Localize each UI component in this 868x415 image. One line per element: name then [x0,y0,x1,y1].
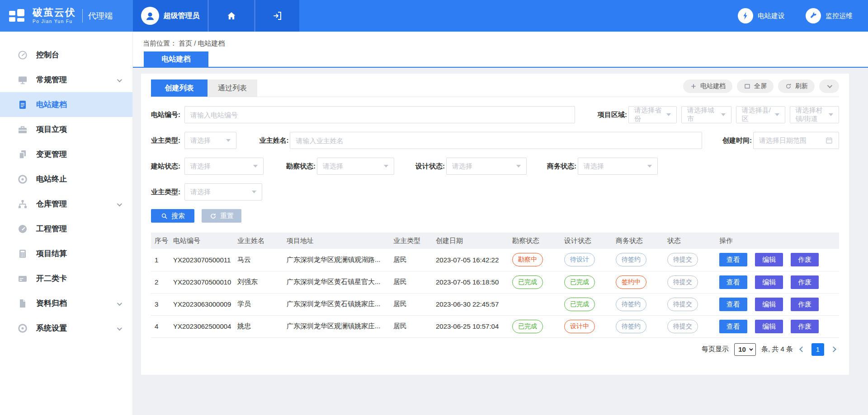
nav-monitor-ops[interactable]: 监控运维 [806,8,853,23]
sidebar-item-project-initiation[interactable]: 项目立项 [0,117,132,142]
file-icon [17,298,28,309]
caret-down-icon [775,113,779,116]
nav-station-build[interactable]: 电站建设 [738,8,785,23]
survey-status-label: 勘察状态: [286,162,317,171]
status-badge: 已完成 [564,275,595,289]
pagination: 每页显示 10 条, 共 4 条 1 [151,343,839,356]
void-button[interactable]: 作废 [791,320,819,333]
status-badge: 勘察中 [512,253,543,266]
town-select[interactable]: 请选择村镇/街道 [790,106,839,123]
col-code: 电站编号 [170,233,234,249]
status-badge: 已完成 [512,320,543,333]
edit-button[interactable]: 编辑 [755,320,783,333]
chevron-down-icon [117,299,121,308]
business-status-select[interactable]: 请选择 [578,158,658,175]
panel-header: 创建列表 通过列表 电站建档 全屏 刷新 [151,74,839,97]
monitor-icon [17,75,28,85]
sidebar-item-project-settlement[interactable]: 项目结算 [0,241,132,266]
void-button[interactable]: 作废 [791,298,819,311]
edit-button[interactable]: 编辑 [755,275,783,289]
design-status-select[interactable]: 请选择 [446,158,527,175]
logout-button[interactable] [254,0,299,32]
col-owner-type: 业主类型 [390,233,432,249]
view-button[interactable]: 查看 [719,253,747,266]
survey-status-select[interactable]: 请选择 [317,158,394,175]
page-tab-station-archive[interactable]: 电站建档 [144,51,208,67]
tab-passed-list[interactable]: 通过列表 [208,79,257,97]
owner-type-label: 业主类型: [151,136,184,145]
refresh-button[interactable]: 刷新 [778,79,815,93]
table-row: 3 YX2023063000009 学员 广东深圳龙华区黄石镇姚家庄... 居民… [151,293,839,315]
prev-page-button[interactable] [798,345,806,353]
col-design: 设计状态 [561,233,612,249]
search-button[interactable]: 搜索 [151,209,194,223]
sidebar-item-system-settings[interactable]: 系统设置 [0,316,132,340]
status-badge: 待签约 [616,298,646,311]
tab-create-list[interactable]: 创建列表 [151,79,208,97]
search-icon [160,212,168,220]
county-select[interactable]: 请选择县/区 [736,106,785,123]
owner-type2-select[interactable]: 请选择 [184,183,262,201]
document-icon [17,99,28,110]
chevron-left-icon [799,346,805,352]
city-select[interactable]: 请选择城市 [681,106,731,123]
date-range-input[interactable]: 请选择日期范围 [753,132,839,149]
sidebar-item-console[interactable]: 控制台 [0,42,132,67]
station-code-label: 电站编号: [151,111,184,119]
next-page-button[interactable] [830,345,837,353]
filter-actions: 搜索 重置 [151,209,839,223]
page-number-button[interactable]: 1 [811,343,824,356]
home-button[interactable] [208,0,254,32]
status-badge: 待提交 [667,320,698,333]
caret-down-icon [252,191,256,193]
breadcrumb: 当前位置：首页 / 电站建档 [143,39,227,48]
void-button[interactable]: 作废 [791,253,819,266]
logo-text: 破茧云伏 Po Jian Yun Fu [33,8,76,24]
logout-icon [272,10,283,21]
fullscreen-button[interactable]: 全屏 [737,79,774,93]
username: 超级管理员 [164,11,200,21]
page-size-select[interactable]: 10 [734,343,756,356]
sidebar-item-station-archive[interactable]: 电站建档 [0,92,132,117]
owner-name-input[interactable] [290,132,702,149]
build-status-select[interactable]: 请选择 [184,158,264,175]
collapse-toolbar-button[interactable] [819,79,839,93]
gauge-icon [17,224,28,234]
region-label: 项目区域: [598,111,628,119]
view-button[interactable]: 查看 [719,298,747,311]
view-button[interactable]: 查看 [719,275,747,289]
owner-name-label: 业主姓名: [259,136,290,145]
home-icon [226,10,237,21]
status-badge: 签约中 [616,275,646,289]
sidebar-item-open-card[interactable]: 开二类卡 [0,266,132,291]
province-select[interactable]: 请选择省份 [628,106,677,123]
edit-button[interactable]: 编辑 [755,298,783,311]
sidebar-item-general-mgmt[interactable]: 常规管理 [0,67,132,92]
chevron-down-icon [827,83,832,88]
void-button[interactable]: 作废 [791,275,819,289]
plus-icon [690,83,697,90]
edit-button[interactable]: 编辑 [755,253,783,266]
sidebar-item-station-terminate[interactable]: 电站终止 [0,167,132,191]
build-status-label: 建站状态: [151,162,184,171]
target-icon [17,174,28,185]
user-menu[interactable]: 超级管理员 [133,0,208,32]
sidebar-item-warehouse-mgmt[interactable]: 仓库管理 [0,191,132,216]
sidebar-item-data-archive[interactable]: 资料归档 [0,291,132,316]
stations-table: 序号 电站编号 业主姓名 项目地址 业主类型 创建日期 勘察状态 设计状态 商务… [151,233,839,338]
caret-down-icon [647,165,652,168]
refresh-icon [785,83,792,90]
sidebar-item-engineering-mgmt[interactable]: 工程管理 [0,216,132,241]
sidebar-item-change-mgmt[interactable]: 变更管理 [0,142,132,167]
status-badge: 待提交 [667,298,698,311]
owner-type-select[interactable]: 请选择 [184,132,236,149]
reset-button[interactable]: 重置 [202,209,241,223]
caret-down-icon [516,165,521,168]
view-button[interactable]: 查看 [719,320,747,333]
station-code-input[interactable] [184,106,575,123]
chevron-right-icon [830,346,836,352]
settings-icon [17,323,28,334]
total-label: 条, 共 4 条 [761,345,793,354]
status-badge: 已完成 [564,298,595,311]
add-station-button[interactable]: 电站建档 [683,79,732,93]
